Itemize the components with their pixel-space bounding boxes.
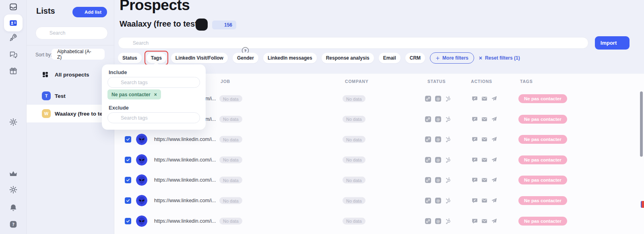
send-action-icon[interactable] xyxy=(491,177,497,183)
linkedin-message-action-icon[interactable] xyxy=(472,218,478,224)
help-center-icon[interactable]: ? xyxy=(9,220,18,229)
svg-text:?: ? xyxy=(12,222,14,227)
rewards-icon[interactable] xyxy=(9,66,18,75)
notifications-icon[interactable] xyxy=(9,203,18,212)
linkedin-status-icon xyxy=(425,177,431,183)
search-icon xyxy=(123,40,129,46)
linkedin-message-action-icon[interactable] xyxy=(472,96,478,102)
lists-search xyxy=(35,27,108,39)
linkedin-message-action-icon[interactable] xyxy=(472,198,478,204)
plus-icon xyxy=(436,56,440,60)
column-header-job: JOB xyxy=(221,79,230,84)
check-icon xyxy=(126,137,130,141)
filter-chip-crm[interactable]: CRM xyxy=(405,53,425,63)
include-tags-input[interactable] xyxy=(120,79,188,86)
chevron-down-icon[interactable] xyxy=(191,80,196,85)
list-item-label: All prospects xyxy=(55,72,89,78)
floating-widget[interactable] xyxy=(641,201,644,208)
subscription-icon[interactable] xyxy=(9,169,18,178)
filter-chip-email[interactable]: Email xyxy=(379,53,400,63)
linkedin-message-action-icon[interactable] xyxy=(472,157,478,163)
email-action-icon[interactable] xyxy=(481,116,487,122)
send-action-icon[interactable] xyxy=(491,218,497,224)
linkedin-status-icon xyxy=(425,96,431,102)
job-cell: No data xyxy=(219,156,242,163)
prospects-icon xyxy=(8,19,18,27)
prospect-link[interactable]: https://www.linkedin.com/i... xyxy=(154,157,216,163)
linkedin-message-action-icon[interactable] xyxy=(472,137,478,143)
grid-icon xyxy=(42,71,49,78)
remove-tag-icon[interactable]: × xyxy=(154,92,157,97)
vertical-scrollbar[interactable] xyxy=(640,91,643,157)
job-cell: No data xyxy=(219,217,242,224)
tag-pill: Ne pas contacter xyxy=(518,115,567,124)
filter-chip-tags[interactable]: Tags xyxy=(147,53,166,63)
linkedin-message-action-icon[interactable] xyxy=(472,116,478,122)
inbox-icon[interactable] xyxy=(9,2,18,11)
import-label: Import xyxy=(601,40,617,46)
filter-chip-status[interactable]: Status xyxy=(118,53,142,63)
column-header-actions: ACTIONS xyxy=(471,79,492,84)
email-action-icon[interactable] xyxy=(481,218,487,224)
filter-chip-linkedin-visit-follow[interactable]: LinkedIn Visit/Follow xyxy=(171,53,228,63)
row-checkbox[interactable] xyxy=(125,218,131,224)
linkedin-status-icon xyxy=(425,157,431,163)
preferences-icon[interactable] xyxy=(9,185,18,194)
campaigns-icon[interactable] xyxy=(9,33,18,42)
tags-filter-popover: Include Ne pas contacter × Exclude xyxy=(102,64,206,130)
row-checkbox[interactable] xyxy=(125,197,131,204)
prospect-link[interactable]: https://www.linkedin.com/i... xyxy=(154,137,216,142)
email-action-icon[interactable] xyxy=(481,198,487,204)
svg-text:@: @ xyxy=(436,137,440,141)
prospect-search-input[interactable] xyxy=(132,40,583,46)
divider xyxy=(26,45,114,46)
list-item-all-prospects[interactable]: All prospects xyxy=(26,66,114,83)
lists-title: Lists xyxy=(36,6,55,16)
row-checkbox[interactable] xyxy=(125,177,131,183)
sort-value: Alphabetical (A-Z) xyxy=(57,49,96,60)
settings-icon[interactable] xyxy=(9,118,18,126)
included-tag-label: Ne pas contacter xyxy=(111,92,151,97)
more-filters-label: More filters xyxy=(442,55,469,61)
pencil-icon xyxy=(199,22,204,27)
filter-chip-linkedin-messages[interactable]: LinkedIn messages xyxy=(263,53,317,63)
send-action-icon[interactable] xyxy=(491,157,497,163)
prospect-link[interactable]: https://www.linkedin.com/i... xyxy=(154,177,216,183)
list-item-test[interactable]: TTest xyxy=(26,87,114,105)
filter-chip-gender[interactable]: Gender xyxy=(233,53,258,63)
add-list-button[interactable]: Add list xyxy=(72,7,107,17)
email-status-icon: @ xyxy=(435,218,441,224)
list-item-waalaxy-free-to-test[interactable]: WWaalaxy (free to test) xyxy=(26,105,114,122)
prospect-avatar xyxy=(136,195,147,206)
linkedin-status-icon xyxy=(425,198,431,204)
chevron-down-icon[interactable] xyxy=(191,116,196,120)
linkedin-status-icon xyxy=(425,218,431,224)
send-action-icon[interactable] xyxy=(491,96,497,102)
row-checkbox[interactable] xyxy=(125,157,131,163)
more-filters-button[interactable]: More filters xyxy=(430,52,474,64)
messages-icon[interactable] xyxy=(9,50,18,59)
prospect-link[interactable]: https://www.linkedin.com/i... xyxy=(154,218,216,224)
job-cell: No data xyxy=(219,95,242,102)
send-action-icon[interactable] xyxy=(491,198,497,204)
reset-filters-button[interactable]: ×Reset filters (1) xyxy=(479,55,520,61)
edit-list-button[interactable] xyxy=(196,19,208,31)
actions-cell xyxy=(472,96,497,102)
email-action-icon[interactable] xyxy=(481,96,487,102)
company-cell: No data xyxy=(343,116,365,122)
import-button[interactable]: Import xyxy=(595,36,630,50)
filter-chip-response-analysis[interactable]: Response analysis xyxy=(322,53,374,63)
crm-status-icon xyxy=(445,177,451,183)
sort-select[interactable]: Alphabetical (A-Z) xyxy=(52,49,105,60)
send-action-icon[interactable] xyxy=(491,137,497,143)
exclude-tags-input[interactable] xyxy=(120,115,188,121)
send-action-icon[interactable] xyxy=(491,116,497,122)
prospects-icon[interactable] xyxy=(4,14,23,31)
linkedin-message-action-icon[interactable] xyxy=(472,177,478,183)
email-action-icon[interactable] xyxy=(481,137,487,143)
email-action-icon[interactable] xyxy=(481,177,487,183)
lists-search-input[interactable] xyxy=(49,30,103,36)
email-action-icon[interactable] xyxy=(481,157,487,163)
prospect-link[interactable]: https://www.linkedin.com/i... xyxy=(154,198,216,203)
row-checkbox[interactable] xyxy=(125,136,131,143)
